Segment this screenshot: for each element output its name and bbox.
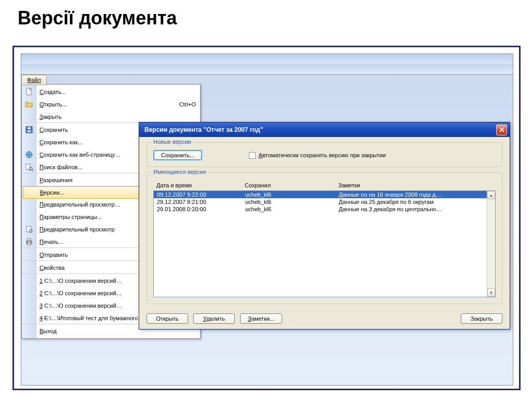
svg-line-7 <box>32 170 33 171</box>
dialog-title: Версии документа "Отчет за 2007 год" <box>144 126 496 133</box>
menu-item-label: Параметры страницы... <box>39 214 102 220</box>
menu-item-label: Предварительный просмотр… <box>39 201 121 208</box>
col-notes: Заметки <box>338 182 493 188</box>
cell-notes: Данные на 25 декабря по 6 округам <box>339 199 492 205</box>
menu-item-label: Версии... <box>40 189 64 196</box>
cell-datetime: 09.12.2007 9:22:00 <box>157 191 245 198</box>
save-web-icon <box>24 150 34 159</box>
existing-versions-legend: Имеющиеся версии <box>151 169 208 175</box>
scroll-up-icon[interactable]: ▲ <box>487 191 495 199</box>
menu-item-label: 4 E:\…\Итоговый тест для бумажного те… <box>39 315 151 321</box>
print-preview-icon <box>24 225 34 234</box>
open-button[interactable]: Открыть <box>147 313 188 324</box>
versions-header: Дата и время Сохранил Заметки <box>153 180 496 190</box>
menu-item-shortcut: Ctrl+O <box>179 101 196 107</box>
page-title: Версії документа <box>0 0 532 32</box>
menu-item-label: Свойства <box>39 265 64 271</box>
cell-notes: Данные по на 16 января 2008 года д… <box>339 191 492 198</box>
menu-item-label: Предварительный просмотр <box>39 226 115 232</box>
svg-rect-2 <box>28 127 31 129</box>
scroll-down-icon[interactable]: ▼ <box>487 289 495 297</box>
svg-rect-12 <box>28 243 31 245</box>
version-row[interactable]: 09.12.2007 9:22:00ucheb_kl6Данные по на … <box>154 191 495 198</box>
col-datetime: Дата и время <box>156 182 245 188</box>
menu-item-label: Сохранить как... <box>39 139 83 145</box>
svg-rect-11 <box>28 239 31 241</box>
scrollbar[interactable]: ▲ ▼ <box>487 191 495 297</box>
menu-item-label: Поиск файлов... <box>39 164 83 170</box>
cell-datetime: 29.12.2007 8:21:00 <box>157 199 245 205</box>
close-icon[interactable] <box>496 125 507 135</box>
menu-item-label: Сохранить как веб-страницу… <box>39 152 121 158</box>
menu-item-label: Открыть... <box>39 101 66 107</box>
file-menu-tab-label: Файл <box>27 77 41 83</box>
menu-item-label: 2 C:\…\О сохранении версий… <box>39 290 122 296</box>
slide-frame: Файл Создать...Открыть...Ctrl+OЗакрытьСо… <box>12 46 521 390</box>
notes-button[interactable]: Заметки... <box>240 313 282 324</box>
menu-item-label: 1 C:\…\О сохранении версий… <box>39 278 122 284</box>
versions-list[interactable]: 09.12.2007 9:22:00ucheb_kl6Данные по на … <box>153 190 496 297</box>
search-file-icon <box>24 162 34 172</box>
autosave-label: Автоматически сохранять версию при закры… <box>259 152 386 158</box>
versions-dialog: Версии документа "Отчет за 2007 год" Нов… <box>139 122 510 330</box>
cell-user: ucheb_kl6 <box>245 199 339 205</box>
delete-button[interactable]: Удалить <box>193 313 235 324</box>
checkbox-icon <box>249 152 256 159</box>
app-window: Файл Создать...Открыть...Ctrl+OЗакрытьСо… <box>21 53 513 386</box>
svg-rect-5 <box>26 164 30 170</box>
app-toolbar <box>21 54 513 75</box>
print-icon <box>24 237 34 246</box>
menu-item-label: Отправить <box>39 252 68 258</box>
svg-rect-3 <box>27 130 31 132</box>
existing-versions-group: Имеющиеся версии Дата и время Сохранил З… <box>147 172 502 304</box>
new-versions-legend: Новые версии <box>151 139 193 145</box>
dialog-titlebar[interactable]: Версии документа "Отчет за 2007 год" <box>139 122 510 137</box>
cell-user: ucheb_kl6 <box>245 206 339 212</box>
open-folder-icon <box>24 100 34 109</box>
close-button[interactable]: Закрыть <box>461 313 502 324</box>
dialog-button-row: Открыть Удалить Заметки... Закрыть <box>147 309 502 324</box>
menu-item-label: Закрыть <box>39 114 61 120</box>
cell-datetime: 29.01.2008 0:20:00 <box>157 206 245 212</box>
menu-item-0[interactable]: Создать... <box>22 86 200 98</box>
menu-item-label: Выход <box>39 328 57 334</box>
menu-item-label: 3 C:\…\О сохранении версий… <box>39 303 122 309</box>
menu-item-label: Печать... <box>39 239 63 245</box>
save-icon <box>24 125 34 134</box>
cell-user: ucheb_kl6 <box>245 191 339 198</box>
menu-item-label: Создать... <box>39 89 66 95</box>
autosave-checkbox[interactable]: Автоматически сохранять версию при закры… <box>249 152 386 159</box>
col-user: Сохранил <box>245 182 338 188</box>
menu-item-label: Сохранить <box>39 127 68 133</box>
menu-item-1[interactable]: Открыть...Ctrl+O <box>22 98 200 111</box>
version-row[interactable]: 29.12.2007 8:21:00ucheb_kl6Данные на 25 … <box>154 198 495 205</box>
cell-notes: Данные на 3 декабря по центрально… <box>339 206 492 212</box>
new-doc-icon <box>24 87 34 97</box>
svg-rect-8 <box>26 226 31 232</box>
save-version-button[interactable]: Сохранить... <box>153 150 202 160</box>
version-row[interactable]: 29.01.2008 0:20:00ucheb_kl6Данные на 3 д… <box>154 205 495 213</box>
menu-item-2[interactable]: Закрыть <box>22 111 200 123</box>
file-menu-tab[interactable]: Файл <box>21 75 47 85</box>
new-versions-group: Новые версии Сохранить... Автоматически … <box>147 142 502 167</box>
menu-item-label: Разрешения <box>39 177 72 183</box>
dialog-body: Новые версии Сохранить... Автоматически … <box>139 137 510 329</box>
